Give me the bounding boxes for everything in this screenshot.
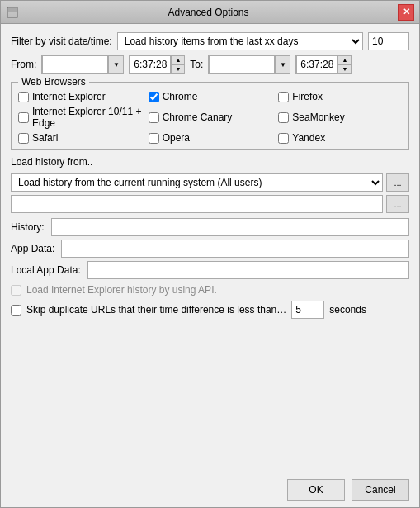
to-date-dropdown[interactable]: ▼: [275, 56, 290, 73]
app-data-value[interactable]: [61, 240, 409, 258]
browse-btn-2[interactable]: ...: [386, 195, 409, 213]
window-icon: [6, 6, 19, 19]
skip-duplicates-row: Skip duplicate URLs that their time diff…: [11, 301, 409, 319]
history-label: History:: [11, 221, 45, 233]
seamonkey-label: SeaMonkey: [292, 112, 344, 123]
browser-checkbox-grid: Internet Explorer Chrome Firefox Interne…: [18, 91, 402, 144]
browser-firefox: Firefox: [278, 91, 402, 102]
to-label: To:: [190, 59, 203, 70]
days-input[interactable]: [368, 32, 409, 50]
local-app-data-row: Local App Data:: [11, 261, 409, 279]
from-time-down[interactable]: ▼: [172, 65, 184, 74]
browser-opera: Opera: [149, 132, 272, 144]
advanced-options-window: Advanced Options ✕ Filter by visit date/…: [0, 0, 420, 508]
chrome-canary-checkbox[interactable]: [149, 112, 159, 123]
load-history-row2: ...: [11, 195, 409, 213]
title-bar: Advanced Options ✕: [1, 1, 419, 24]
browse-btn-1[interactable]: ...: [386, 173, 409, 192]
app-data-label: App Data:: [11, 243, 54, 254]
browser-ie-edge: Internet Explorer 10/11 + Edge: [18, 106, 142, 129]
filter-row: Filter by visit date/time: Load history …: [11, 32, 409, 50]
browser-safari: Safari: [18, 132, 142, 144]
ie-api-label: Load Internet Explorer history by using …: [26, 284, 217, 296]
safari-checkbox[interactable]: [18, 133, 29, 144]
window-title: Advanced Options: [19, 7, 398, 18]
ie-label: Internet Explorer: [32, 91, 106, 102]
to-time-input[interactable]: [296, 55, 337, 74]
browser-seamonkey: SeaMonkey: [278, 106, 402, 129]
browser-chrome: Chrome: [149, 91, 272, 102]
to-time-spin: ▲ ▼: [337, 56, 351, 73]
from-date-input[interactable]: [42, 55, 108, 74]
seamonkey-checkbox[interactable]: [278, 112, 289, 123]
load-history-section: Load history from.. Load history from th…: [11, 156, 409, 213]
info-fields: History: App Data: Local App Data:: [11, 218, 409, 279]
ie-api-checkbox[interactable]: [11, 285, 21, 296]
ie-edge-label: Internet Explorer 10/11 + Edge: [32, 106, 142, 129]
from-date-dropdown[interactable]: ▼: [108, 56, 123, 73]
chrome-checkbox[interactable]: [149, 92, 159, 102]
filter-label: Filter by visit date/time:: [11, 36, 112, 47]
svg-rect-1: [8, 8, 17, 12]
firefox-checkbox[interactable]: [278, 92, 289, 102]
local-app-data-label: Local App Data:: [11, 264, 81, 276]
to-time-field: ▲ ▼: [295, 55, 352, 74]
to-date-input[interactable]: [209, 55, 275, 74]
path-input[interactable]: [11, 195, 383, 213]
cancel-button[interactable]: Cancel: [352, 479, 409, 501]
chrome-label: Chrome: [163, 91, 198, 102]
web-browsers-group: Web Browsers Internet Explorer Chrome Fi…: [11, 82, 409, 150]
filter-select[interactable]: Load history items from the last xx days…: [117, 32, 363, 50]
from-time-spin: ▲ ▼: [171, 56, 184, 73]
from-to-row: From: ▼ ▲ ▼ To: ▼ ▲ ▼: [11, 55, 409, 74]
close-button[interactable]: ✕: [398, 4, 414, 21]
ie-checkbox[interactable]: [18, 92, 29, 102]
load-history-label: Load history from..: [11, 156, 409, 168]
ie-api-row: Load Internet Explorer history by using …: [11, 284, 409, 296]
from-time-field: ▲ ▼: [129, 55, 185, 74]
chrome-canary-label: Chrome Canary: [163, 112, 233, 123]
web-browsers-title: Web Browsers: [18, 76, 89, 88]
history-row: History:: [11, 218, 409, 236]
load-history-select[interactable]: Load history from the current running sy…: [11, 173, 383, 192]
ok-button[interactable]: OK: [287, 479, 345, 501]
skip-value-input[interactable]: [291, 301, 324, 319]
content-area: Filter by visit date/time: Load history …: [1, 24, 419, 472]
from-time-input[interactable]: [130, 55, 171, 74]
skip-unit-label: seconds: [329, 304, 366, 316]
from-time-up[interactable]: ▲: [172, 56, 184, 65]
from-date-field: ▼: [41, 55, 124, 74]
browser-chrome-canary: Chrome Canary: [149, 106, 272, 129]
safari-label: Safari: [32, 132, 58, 144]
from-label: From:: [11, 59, 36, 70]
skip-duplicates-checkbox[interactable]: [11, 305, 21, 316]
opera-label: Opera: [163, 132, 190, 144]
opera-checkbox[interactable]: [149, 133, 159, 144]
skip-duplicates-label: Skip duplicate URLs that their time diff…: [26, 304, 286, 316]
footer: OK Cancel: [1, 472, 419, 507]
browser-ie: Internet Explorer: [18, 91, 142, 102]
local-app-data-value[interactable]: [87, 261, 409, 279]
browser-yandex: Yandex: [278, 132, 402, 144]
to-time-down[interactable]: ▼: [338, 65, 351, 74]
firefox-label: Firefox: [292, 91, 323, 102]
ie-edge-checkbox[interactable]: [18, 112, 29, 123]
yandex-checkbox[interactable]: [278, 133, 289, 144]
history-value[interactable]: [51, 218, 409, 236]
app-data-row: App Data:: [11, 240, 409, 258]
to-date-field: ▼: [208, 55, 290, 74]
to-time-up[interactable]: ▲: [338, 56, 351, 65]
load-history-row1: Load history from the current running sy…: [11, 173, 409, 192]
yandex-label: Yandex: [292, 132, 325, 144]
